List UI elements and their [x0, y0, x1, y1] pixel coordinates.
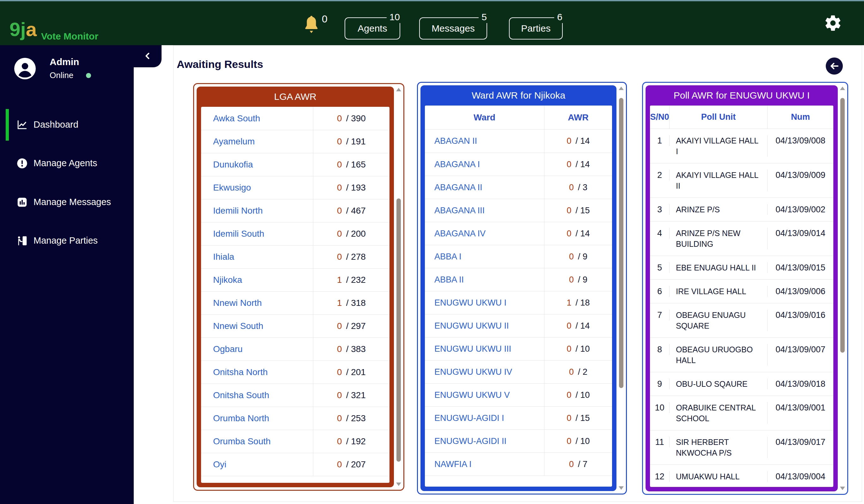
lga-row: Onitsha North 0/ 201: [201, 360, 389, 384]
ward-name-link[interactable]: ABBA I: [434, 252, 461, 262]
lga-name-link[interactable]: Idemili North: [213, 206, 263, 216]
lga-name-link[interactable]: Orumba North: [213, 413, 269, 423]
lga-name-cell: Njikoka: [201, 269, 313, 291]
poll-num-cell: 04/13/09/002: [768, 204, 833, 215]
scroll-down-arrow-icon[interactable]: [840, 487, 845, 490]
settings-gear-button[interactable]: [824, 14, 843, 33]
poll-scrollbar[interactable]: [839, 84, 846, 493]
lga-name-cell: Onitsha North: [201, 361, 313, 384]
poll-num-cell: 04/13/09/017: [768, 437, 833, 447]
ward-row: ENUGWU UKWU I 1/ 18: [425, 291, 612, 314]
lga-name-link[interactable]: Onitsha North: [213, 367, 268, 377]
poll-row: 9 OBU-ULO SQAURE 04/13/09/018: [650, 372, 833, 396]
ward-name-link[interactable]: ABAGANA IV: [434, 229, 485, 238]
scroll-up-arrow-icon[interactable]: [619, 87, 624, 90]
page-title: Awaiting Results: [177, 58, 263, 71]
lga-name-link[interactable]: Idemili South: [213, 229, 264, 239]
poll-unit-cell: UMUAKWU HALL: [670, 471, 768, 482]
scrollbar-thumb[interactable]: [840, 98, 845, 353]
ward-row: ENUGWU UKWU IV 0/ 2: [425, 360, 612, 383]
ward-name-link[interactable]: ABBA II: [434, 275, 464, 285]
lga-name-link[interactable]: Njikoka: [213, 275, 242, 285]
chevron-left-icon: [143, 51, 153, 61]
ward-name-link[interactable]: ABAGAN II: [434, 136, 477, 146]
poll-num-cell: 04/13/09/009: [768, 170, 833, 181]
circle-exclamation-icon: [16, 158, 28, 169]
lga-name-link[interactable]: Onitsha South: [213, 390, 269, 400]
ward-name-link[interactable]: NAWFIA I: [434, 459, 472, 469]
lga-name-link[interactable]: Nnewi North: [213, 298, 262, 308]
ward-name-link[interactable]: ENUGWU UKWU III: [434, 344, 511, 354]
lga-name-link[interactable]: Ayamelum: [213, 136, 255, 147]
scrollbar-thumb[interactable]: [396, 198, 401, 462]
poll-sn-cell: 9: [650, 379, 670, 389]
lga-awr-count: 0/ 297: [313, 315, 389, 337]
lga-name-cell: Orumba South: [201, 430, 313, 453]
logo-subtitle: Vote Monitor: [41, 31, 98, 42]
ward-name-link[interactable]: ENUGWU UKWU I: [434, 298, 506, 308]
ward-awr-count: 1/ 18: [544, 291, 612, 314]
lga-name-link[interactable]: Ogbaru: [213, 344, 242, 354]
ward-name-link[interactable]: ABAGANA II: [434, 183, 482, 193]
partial-row: [425, 476, 612, 487]
scroll-up-arrow-icon[interactable]: [840, 87, 845, 90]
ward-name-link[interactable]: ABAGANA III: [434, 206, 485, 216]
lga-name-link[interactable]: Oyi: [213, 459, 226, 469]
agents-button[interactable]: Agents 10: [345, 17, 400, 39]
sidebar-item-manage-parties[interactable]: Manage Parties: [0, 230, 134, 251]
ward-name-link[interactable]: ENUGWU UKWU II: [434, 321, 509, 331]
lga-name-link[interactable]: Awka South: [213, 113, 260, 124]
poll-row: 2 AKAIYI VILLAGE HALL II 04/13/09/009: [650, 163, 833, 197]
lga-name-link[interactable]: Orumba South: [213, 437, 271, 446]
ward-awr-count: 0/ 14: [544, 315, 612, 337]
lga-row: Nnewi North 1/ 318: [201, 291, 389, 315]
chart-line-icon: [16, 119, 28, 131]
ward-name-cell: ENUGWU UKWU II: [425, 315, 544, 337]
parties-count-badge: 6: [554, 11, 565, 23]
lga-name-link[interactable]: Ihiala: [213, 252, 234, 262]
lga-scrollbar[interactable]: [395, 85, 403, 489]
lga-row: Dunukofia 0/ 165: [201, 153, 389, 176]
ward-scrollbar[interactable]: [617, 84, 625, 492]
ward-name-link[interactable]: ENUGWU UKWU IV: [434, 367, 512, 377]
ward-name-cell: ENUGWU UKWU III: [425, 337, 544, 360]
poll-unit-cell: ARINZE P/S NEW BUILDING: [670, 228, 768, 249]
ward-name-cell: ENUGWU UKWU IV: [425, 360, 544, 383]
ward-name-link[interactable]: ENUGWU-AGIDI II: [434, 437, 506, 446]
poll-table: S/N0 Poll Unit Num 1 AKAIYI VILLAGE HALL…: [650, 106, 833, 487]
poll-awr-panel: Poll AWR for ENUGWU UKWU I S/N0 Poll Uni…: [642, 82, 848, 495]
lga-name-link[interactable]: Ekwusigo: [213, 183, 251, 193]
user-name: Admin: [50, 57, 79, 67]
lga-name-link[interactable]: Nnewi South: [213, 321, 263, 331]
parties-button[interactable]: Parties 6: [509, 17, 563, 39]
messages-button[interactable]: Messages 5: [419, 17, 487, 39]
lga-name-cell: Ayamelum: [201, 130, 313, 153]
sidebar-collapse-button[interactable]: [134, 45, 161, 67]
ward-name-link[interactable]: ENUGWU-AGIDI I: [434, 413, 504, 423]
scroll-down-arrow-icon[interactable]: [619, 486, 624, 490]
scrollbar-thumb[interactable]: [619, 98, 623, 388]
bell-count-badge: 0: [322, 13, 327, 25]
back-button[interactable]: [826, 58, 843, 75]
lga-name-cell: Oyi: [201, 453, 313, 476]
ward-name-link[interactable]: ABAGANA I: [434, 160, 480, 169]
poll-unit-cell: IRE VILLAGE HALL: [670, 286, 768, 297]
poll-table-header: S/N0 Poll Unit Num: [650, 106, 833, 129]
lga-awr-count: 0/ 200: [313, 222, 389, 245]
ward-name-link[interactable]: ENUGWU UKWU V: [434, 390, 510, 400]
person-door-icon: [16, 235, 28, 246]
logo-9ja: 9ja: [10, 19, 37, 40]
sidebar-item-dashboard[interactable]: Dashboard: [0, 114, 134, 136]
notifications-bell-button[interactable]: 0: [303, 13, 338, 39]
poll-row: 5 EBE ENUAGU HALL II 04/13/09/015: [650, 256, 833, 279]
sidebar-item-manage-agents[interactable]: Manage Agents: [0, 152, 134, 174]
poll-unit-cell: AKAIYI VILLAGE HALL I: [670, 135, 768, 157]
avatar[interactable]: [14, 58, 36, 79]
lga-name-link[interactable]: Dunukofia: [213, 160, 253, 170]
ward-name-cell: ABAGAN II: [425, 130, 544, 152]
sidebar-item-manage-messages[interactable]: Manage Messages: [0, 192, 134, 213]
lga-name-cell: Orumba North: [201, 407, 313, 430]
scroll-up-arrow-icon[interactable]: [396, 88, 401, 91]
lga-awr-count: 0/ 191: [313, 130, 389, 153]
scroll-down-arrow-icon[interactable]: [396, 482, 401, 486]
